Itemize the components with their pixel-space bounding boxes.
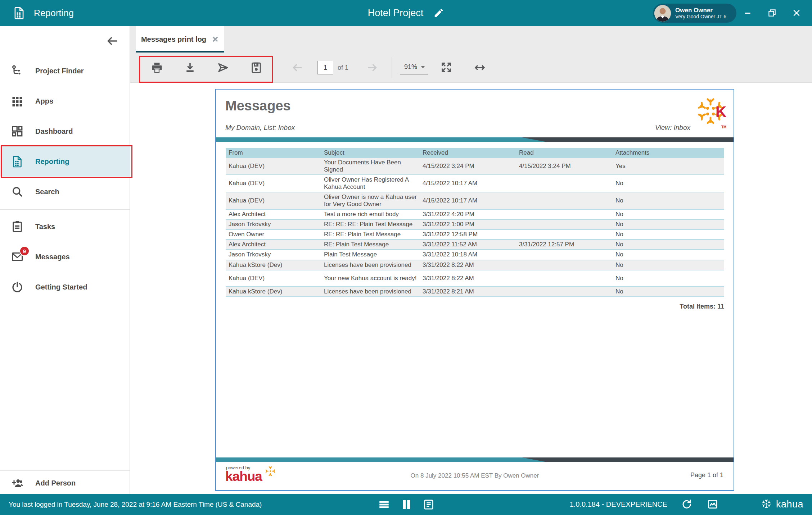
zoom-select[interactable]: 91% xyxy=(400,61,428,74)
generated-info: On 8 July 2022 10:55 AM EST By Owen Owne… xyxy=(216,472,734,479)
table-cell: Licenses have been provisioned xyxy=(321,260,420,270)
reporting-icon xyxy=(11,155,24,168)
sidebar-item-label: Getting Started xyxy=(35,283,87,291)
messages-icon: 9 xyxy=(11,250,24,263)
table-row: Owen OwnerRE: RE: Plain Test Message3/31… xyxy=(226,229,724,240)
table-cell: Kahua (DEV) xyxy=(226,270,321,287)
kahua-k-logo: K TM xyxy=(697,95,728,130)
prev-page-button[interactable] xyxy=(291,61,304,74)
edit-project-icon[interactable] xyxy=(433,8,444,18)
page-total-label: of 1 xyxy=(338,64,348,72)
table-cell xyxy=(516,175,613,192)
page-number-input[interactable] xyxy=(317,61,333,74)
table-row: Jason TrkovskyPlain Test Message3/31/202… xyxy=(226,250,724,260)
svg-text:K: K xyxy=(716,103,726,120)
save-button[interactable] xyxy=(250,61,263,74)
table-row: Kahua (DEV)Your Documents Have Been Sign… xyxy=(226,158,724,175)
sidebar-item-project-finder[interactable]: Project Finder xyxy=(0,56,130,86)
split-view-icon[interactable] xyxy=(400,498,412,511)
sidebar-item-messages[interactable]: 9 Messages xyxy=(0,242,130,272)
fullscreen-button[interactable] xyxy=(440,61,453,74)
window-minimize-button[interactable] xyxy=(742,8,753,18)
sidebar-item-apps[interactable]: Apps xyxy=(0,86,130,116)
table-cell: Kahua kStore (Dev) xyxy=(226,287,321,297)
table-row: Kahua (DEV)Your new Kahua account is rea… xyxy=(226,270,724,287)
table-cell xyxy=(516,270,613,287)
sidebar-item-reporting[interactable]: Reporting xyxy=(0,146,130,177)
col-attachments: Attachments xyxy=(613,148,724,158)
table-cell: No xyxy=(613,260,724,270)
table-row: Jason TrkovskyRE: RE: RE: Plain Test Mes… xyxy=(226,219,724,229)
table-cell xyxy=(516,209,613,219)
table-cell: Kahua kStore (Dev) xyxy=(226,260,321,270)
sidebar-collapse-icon[interactable] xyxy=(105,34,119,48)
user-menu[interactable]: Owen Owner Very Good Owner JT 6 xyxy=(653,4,736,23)
table-header-row: From Subject Received Read Attachments xyxy=(226,148,724,158)
dashboard-icon xyxy=(11,125,24,138)
svg-text:TM: TM xyxy=(721,125,726,129)
kahua-mark-icon xyxy=(761,498,773,511)
next-page-button[interactable] xyxy=(366,61,379,74)
tab-messages-print-log[interactable]: Messages print log xyxy=(136,26,224,53)
table-cell xyxy=(516,287,613,297)
sidebar-item-dashboard[interactable]: Dashboard xyxy=(0,116,130,146)
power-icon xyxy=(11,281,24,293)
download-button[interactable] xyxy=(184,61,197,74)
col-subject: Subject xyxy=(321,148,420,158)
page-indicator: Page 1 of 1 xyxy=(690,471,723,479)
top-app-bar: Reporting Hotel Project Owen Owner Very … xyxy=(0,0,812,26)
table-cell: RE: RE: Plain Test Message xyxy=(321,229,420,240)
table-cell: No xyxy=(613,175,724,192)
send-button[interactable] xyxy=(217,61,230,74)
total-items-label: Total Items: xyxy=(680,303,716,310)
report-page: Messages My Domain, List: Inbox View: In… xyxy=(215,89,734,491)
table-cell: Alex Architect xyxy=(226,209,321,219)
table-row: Kahua (DEV)Oliver Owner Has Registered A… xyxy=(226,175,724,192)
apps-icon xyxy=(11,95,24,108)
table-cell: Owen Owner xyxy=(226,229,321,240)
sidebar-item-search[interactable]: Search xyxy=(0,177,130,207)
tab-close-icon[interactable] xyxy=(211,35,219,43)
sidebar-divider xyxy=(0,470,130,471)
table-cell: Your new Kahua account is ready! xyxy=(321,270,420,287)
table-cell: 3/31/2022 10:18 AM xyxy=(420,250,516,260)
sidebar-item-getting-started[interactable]: Getting Started xyxy=(0,272,130,302)
sidebar: Project Finder Apps Dashboard Reporting … xyxy=(0,26,130,494)
fit-width-button[interactable] xyxy=(473,61,486,74)
table-cell: Oliver Owner is now a Kahua user for Ver… xyxy=(321,192,420,209)
table-row: Kahua (DEV)Oliver Owner is now a Kahua u… xyxy=(226,192,724,209)
messages-badge: 9 xyxy=(19,246,30,256)
window-close-button[interactable] xyxy=(791,8,802,18)
log-view-icon[interactable] xyxy=(423,498,435,511)
table-cell xyxy=(516,192,613,209)
table-cell: No xyxy=(613,219,724,229)
app-title: Reporting xyxy=(34,8,74,18)
table-cell: 3/31/2022 12:58 PM xyxy=(420,229,516,240)
report-title: Messages xyxy=(225,98,291,114)
table-row: Kahua kStore (Dev)Licenses have been pro… xyxy=(226,287,724,297)
report-view-label: View: Inbox xyxy=(655,124,690,132)
table-cell: 4/15/2022 10:17 AM xyxy=(420,175,516,192)
table-cell: RE: RE: RE: Plain Test Message xyxy=(321,219,420,229)
report-preview-area: Messages My Domain, List: Inbox View: In… xyxy=(130,83,812,494)
footer-accent-bar xyxy=(216,457,734,462)
sidebar-item-label: Project Finder xyxy=(35,67,84,75)
sidebar-item-tasks[interactable]: Tasks xyxy=(0,211,130,242)
table-cell: Alex Architect xyxy=(226,240,321,250)
search-icon xyxy=(11,185,24,198)
table-cell: 3/31/2022 12:57 PM xyxy=(516,240,613,250)
add-person-button[interactable]: Add Person xyxy=(0,472,130,494)
messages-table: From Subject Received Read Attachments K… xyxy=(226,148,724,297)
table-cell: No xyxy=(613,287,724,297)
version-text: 1.0.0.184 - DEVEXPERIENCE xyxy=(570,500,667,509)
print-button[interactable] xyxy=(150,61,163,74)
table-cell: No xyxy=(613,240,724,250)
activity-log-icon[interactable] xyxy=(707,498,719,511)
window-restore-button[interactable] xyxy=(767,8,777,18)
tab-label: Messages print log xyxy=(141,35,206,44)
table-cell: RE: Plain Test Message xyxy=(321,240,420,250)
user-org: Very Good Owner JT 6 xyxy=(675,14,726,19)
sync-icon[interactable] xyxy=(681,498,693,511)
menu-icon[interactable] xyxy=(378,498,390,511)
add-person-label: Add Person xyxy=(35,479,76,487)
